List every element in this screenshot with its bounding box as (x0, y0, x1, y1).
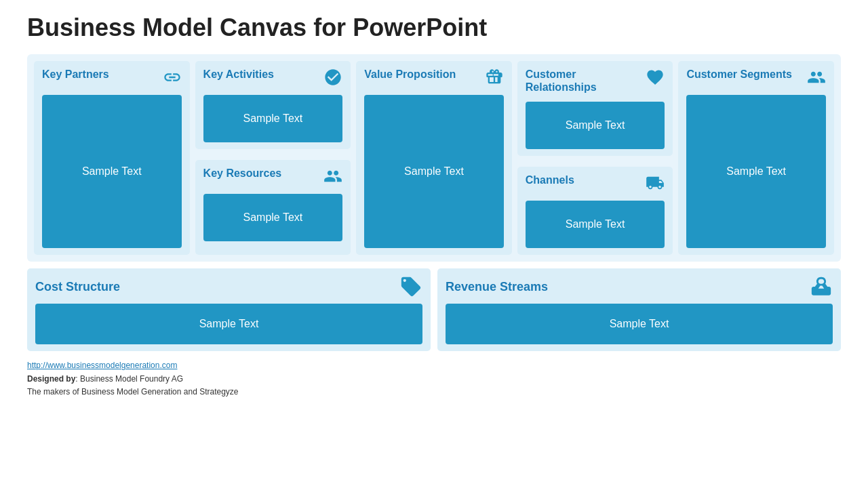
cost-structure-title: Cost Structure (35, 280, 120, 294)
key-resources-cell: Key Resources Sample Text (195, 160, 351, 255)
link-icon (163, 68, 182, 87)
revenue-streams-cell: Revenue Streams Sample Text (437, 268, 841, 351)
truck-icon (646, 174, 665, 192)
key-activities-cell: Key Activities Sample Text (195, 61, 351, 149)
value-proposition-header: Value Proposition (364, 68, 504, 87)
cost-structure-cell: Cost Structure Sample Text (27, 268, 431, 351)
customer-segments-header: Customer Segments (686, 68, 826, 87)
key-partners-cell: Key Partners Sample Text (34, 61, 190, 255)
key-activities-title: Key Activities (203, 68, 274, 81)
key-resources-title: Key Resources (203, 167, 282, 180)
resources-icon (323, 167, 342, 186)
key-partners-column: Key Partners Sample Text (34, 61, 190, 255)
canvas-container: Key Partners Sample Text Key Activities (27, 54, 841, 351)
people-icon (807, 68, 826, 87)
customer-segments-title: Customer Segments (686, 68, 792, 81)
customer-segments-cell: Customer Segments Sample Text (678, 61, 834, 255)
value-proposition-cell: Value Proposition Sample Text (356, 61, 512, 255)
gift-icon (485, 68, 504, 87)
revenue-streams-sample: Sample Text (446, 304, 833, 344)
heart-icon (646, 68, 665, 87)
customer-relationships-column: Customer Relationships Sample Text Chann… (517, 61, 673, 255)
customer-segments-sample: Sample Text (686, 95, 826, 248)
key-resources-header: Key Resources (203, 167, 343, 186)
key-activities-sample: Sample Text (203, 95, 343, 142)
footer: http://www.businessmodelgeneration.com D… (27, 359, 841, 399)
money-bag-icon (810, 275, 833, 298)
check-circle-icon (323, 68, 342, 87)
footer-url[interactable]: http://www.businessmodelgeneration.com (27, 361, 177, 370)
cost-structure-header: Cost Structure (35, 275, 422, 298)
customer-relationships-cell: Customer Relationships Sample Text (517, 61, 673, 156)
customer-relationships-title: Customer Relationships (526, 68, 646, 94)
cost-structure-sample: Sample Text (35, 304, 422, 344)
value-proposition-sample: Sample Text (364, 95, 504, 248)
bottom-section: Cost Structure Sample Text Revenue Strea… (27, 268, 841, 351)
key-resources-sample: Sample Text (203, 194, 343, 241)
value-proposition-title: Value Proposition (364, 68, 456, 81)
footer-designed-by-label: Designed by (27, 374, 75, 384)
key-partners-sample: Sample Text (42, 95, 182, 248)
revenue-streams-header: Revenue Streams (446, 275, 833, 298)
key-partners-header: Key Partners (42, 68, 182, 87)
page-title: Business Model Canvas for PowerPoint (27, 14, 841, 42)
channels-cell: Channels Sample Text (517, 167, 673, 255)
key-activities-column: Key Activities Sample Text Key Resources (195, 61, 351, 255)
footer-tagline: The makers of Business Model Generation … (27, 386, 841, 399)
tag-icon (399, 275, 422, 298)
key-partners-title: Key Partners (42, 68, 109, 81)
customer-relationships-header: Customer Relationships (526, 68, 665, 94)
customer-segments-column: Customer Segments Sample Text (678, 61, 834, 255)
customer-relationships-sample: Sample Text (526, 102, 665, 149)
top-section: Key Partners Sample Text Key Activities (27, 54, 841, 262)
channels-title: Channels (526, 174, 574, 186)
revenue-streams-title: Revenue Streams (446, 280, 548, 294)
channels-header: Channels (526, 174, 665, 192)
footer-designed-by-value: Business Model Foundry AG (80, 374, 183, 384)
value-proposition-column: Value Proposition Sample Text (356, 61, 512, 255)
key-activities-header: Key Activities (203, 68, 343, 87)
channels-sample: Sample Text (526, 201, 665, 248)
